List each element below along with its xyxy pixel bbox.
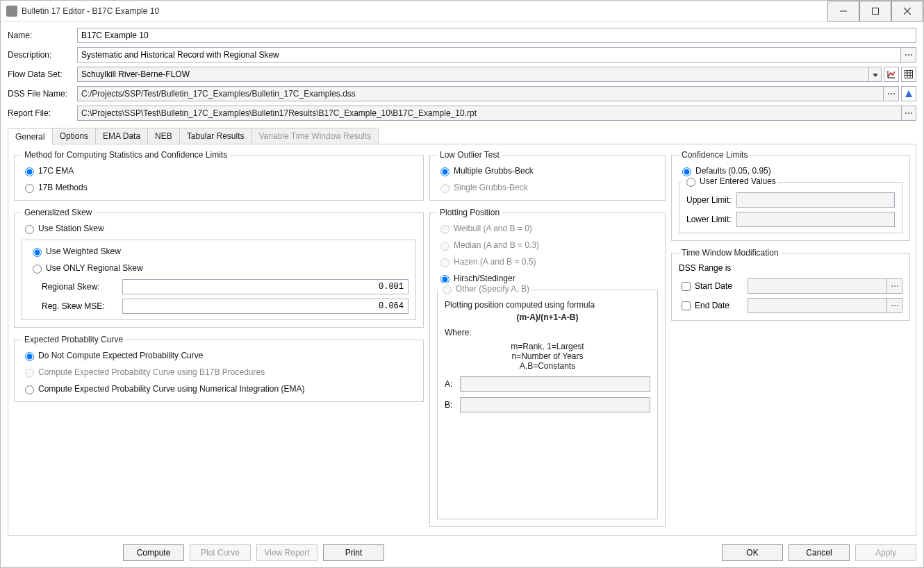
- radio-use-only-regional-skew[interactable]: Use ONLY Regional Skew: [29, 262, 409, 274]
- table-data-button[interactable]: [901, 67, 916, 82]
- regional-skew-input[interactable]: [122, 279, 409, 294]
- radio-other: Other (Specify A, B): [438, 283, 531, 294]
- end-date-picker-button[interactable]: [887, 298, 902, 313]
- low-outlier-group: Low Outlier Test Multiple Grubbs-Beck Si…: [429, 150, 666, 201]
- radio-weibull: Weibull (A and B = 0): [437, 223, 658, 234]
- svg-point-22: [891, 305, 893, 306]
- close-icon: [904, 8, 911, 15]
- table-icon: [904, 69, 914, 79]
- radio-hirsch-stedinger[interactable]: Hirsch/Stedinger: [437, 273, 658, 284]
- reg-skew-mse-input[interactable]: [122, 299, 409, 314]
- ok-button[interactable]: OK: [722, 544, 783, 561]
- b-label: B:: [445, 400, 460, 410]
- svg-point-14: [893, 93, 895, 94]
- tab-options[interactable]: Options: [52, 128, 96, 144]
- plotting-other-box: Other (Specify A, B) Plotting position c…: [437, 290, 658, 519]
- minimize-button[interactable]: [827, 1, 859, 22]
- flow-data-set-label: Flow Data Set:: [8, 69, 77, 79]
- left-column: Method for Computing Statistics and Conf…: [14, 150, 424, 534]
- footer-buttons: Compute Plot Curve View Report Print OK …: [1, 540, 923, 567]
- compute-button[interactable]: Compute: [123, 544, 184, 561]
- radio-use-station-skew[interactable]: Use Station Skew: [22, 223, 416, 234]
- upper-limit-input: [736, 192, 895, 208]
- tab-tabular-results[interactable]: Tabular Results: [179, 128, 252, 144]
- close-button[interactable]: [891, 1, 923, 22]
- flow-data-set-dropdown[interactable]: [869, 67, 882, 82]
- description-label: Description:: [8, 50, 77, 60]
- tab-general[interactable]: General: [8, 128, 53, 144]
- radio-single-grubbs-beck: Single Grubbs-Beck: [437, 182, 658, 193]
- radio-confidence-defaults[interactable]: Defaults (0.05, 0.95): [679, 165, 902, 176]
- middle-column: Low Outlier Test Multiple Grubbs-Beck Si…: [429, 150, 666, 534]
- confidence-limits-group: Confidence Limits Defaults (0.05, 0.95) …: [671, 150, 910, 241]
- description-input[interactable]: [77, 47, 901, 62]
- skew-legend: Generalized Skew: [22, 208, 94, 217]
- plotting-legend: Plotting Position: [437, 208, 502, 217]
- svg-point-20: [894, 285, 896, 287]
- radio-do-not-compute[interactable]: Do Not Compute Expected Probability Curv…: [22, 350, 416, 361]
- header-form: Name: Description: Flow Data Set: Schuyl…: [1, 22, 923, 126]
- general-tab-panel: Method for Computing Statistics and Conf…: [8, 144, 916, 536]
- method-legend: Method for Computing Statistics and Conf…: [22, 150, 230, 160]
- lower-limit-label: Lower Limit:: [686, 215, 736, 224]
- end-date-checkbox[interactable]: [682, 301, 691, 310]
- description-browse-button[interactable]: [901, 47, 916, 62]
- plotting-formula: Plotting position computed using formula…: [445, 300, 650, 371]
- expected-legend: Expected Probablity Curve: [22, 335, 126, 344]
- minimize-icon: [840, 8, 847, 15]
- radio-user-entered-values[interactable]: User Entered Values: [681, 176, 778, 187]
- a-label: A:: [445, 379, 460, 389]
- plot-curve-button: Plot Curve: [190, 544, 251, 561]
- generalized-skew-group: Generalized Skew Use Station Skew Use We…: [14, 208, 424, 328]
- time-window-legend: Time Window Modification: [679, 248, 782, 258]
- method-group: Method for Computing Statistics and Conf…: [14, 150, 424, 201]
- a-input: [460, 376, 650, 392]
- name-label: Name:: [8, 31, 77, 40]
- svg-point-16: [905, 112, 907, 114]
- low-outlier-legend: Low Outlier Test: [437, 150, 502, 160]
- expected-probability-group: Expected Probablity Curve Do Not Compute…: [14, 335, 424, 402]
- ellipsis-icon: [905, 112, 913, 115]
- start-date-checkbox[interactable]: [682, 282, 691, 291]
- radio-multiple-grubbs-beck[interactable]: Multiple Grubbs-Beck: [437, 165, 658, 176]
- maximize-button[interactable]: [859, 1, 891, 22]
- time-window-group: Time Window Modification DSS Range is St…: [671, 248, 910, 321]
- dss-range-label: DSS Range is: [679, 263, 902, 273]
- radio-use-weighted-skew[interactable]: Use Weighted Skew: [29, 246, 409, 257]
- radio-17c-ema[interactable]: 17C EMA: [22, 165, 416, 176]
- ellipsis-icon: [905, 53, 913, 56]
- radio-17b-methods[interactable]: 17B Methods: [22, 182, 416, 193]
- svg-point-5: [908, 54, 909, 56]
- skew-sub-box: Use Weighted Skew Use ONLY Regional Skew…: [22, 240, 416, 320]
- start-date-picker-button[interactable]: [887, 278, 902, 294]
- apply-button: Apply: [855, 544, 916, 561]
- app-window: Bulletin 17 Editor - B17C Example 10 Nam…: [0, 0, 924, 568]
- ellipsis-icon: [891, 285, 899, 287]
- report-file-input: [77, 106, 902, 121]
- regional-skew-label: Regional Skew:: [29, 282, 122, 292]
- start-date-label: Start Date: [695, 281, 748, 291]
- tab-ema-data[interactable]: EMA Data: [95, 128, 148, 144]
- name-input[interactable]: [77, 28, 916, 43]
- distribution-button[interactable]: [901, 86, 916, 101]
- print-button[interactable]: Print: [323, 544, 384, 561]
- tab-neb[interactable]: NEB: [147, 128, 180, 144]
- ellipsis-icon: [887, 92, 896, 95]
- dss-browse-button[interactable]: [884, 86, 899, 101]
- svg-point-24: [897, 305, 898, 306]
- end-date-label: End Date: [695, 301, 748, 310]
- plot-data-button[interactable]: [884, 67, 899, 82]
- report-browse-button[interactable]: [901, 106, 916, 121]
- start-date-input: [748, 278, 887, 294]
- cancel-button[interactable]: Cancel: [789, 544, 850, 561]
- svg-point-19: [891, 285, 893, 287]
- svg-marker-15: [905, 90, 912, 97]
- right-column: Confidence Limits Defaults (0.05, 0.95) …: [671, 150, 910, 534]
- svg-point-4: [905, 54, 907, 56]
- flow-data-set-combo[interactable]: Schuylkill River-Berne-FLOW: [77, 67, 882, 82]
- svg-point-13: [891, 93, 892, 94]
- tab-bar: General Options EMA Data NEB Tabular Res…: [8, 128, 916, 144]
- radio-numerical-integration[interactable]: Compute Expected Probability Curve using…: [22, 383, 416, 394]
- b-input: [460, 397, 650, 412]
- maximize-icon: [872, 8, 879, 15]
